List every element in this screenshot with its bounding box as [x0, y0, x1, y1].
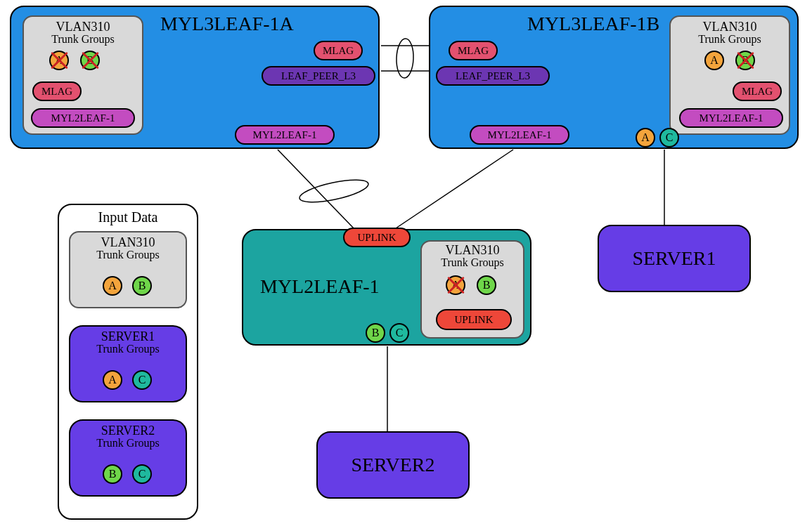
vlan-sub: Trunk Groups [24, 33, 142, 46]
server2: SERVER2 [316, 431, 470, 499]
pill-A: A [446, 275, 465, 295]
vlan-title: VLAN310 [671, 20, 789, 34]
l2leaf-vlan-panel: VLAN310 Trunk Groups A B UPLINK [420, 240, 524, 339]
leaf-1a-title: MYL3LEAF-1A [160, 13, 294, 35]
pill-C: C [659, 128, 679, 148]
svg-line-4 [394, 150, 513, 230]
pill-uplink: UPLINK [436, 309, 512, 330]
input-data-panel: Input Data VLAN310 Trunk Groups A B SERV… [58, 204, 198, 520]
server2-title: SERVER2 [351, 454, 434, 476]
s2-title: SERVER2 [70, 424, 186, 438]
vlan-title: VLAN310 [70, 235, 186, 250]
pill-leaf-peer: LEAF_PEER_L3 [262, 66, 375, 86]
l2leaf-title: MYL2LEAF-1 [260, 275, 380, 298]
input-data-title: Input Data [59, 209, 197, 225]
pill-A: A [103, 276, 122, 296]
server1-title: SERVER1 [632, 247, 716, 270]
s1-sub: Trunk Groups [70, 343, 186, 355]
legend-vlan: VLAN310 Trunk Groups A B [69, 231, 187, 308]
leaf-1b-vlan-panel: VLAN310 Trunk Groups A B MLAG MYL2LEAF-1 [669, 15, 790, 135]
pill-uplink: UPLINK [343, 228, 411, 247]
pill-A: A [636, 128, 655, 148]
pill-B: B [735, 51, 755, 70]
server1: SERVER1 [598, 225, 751, 292]
s2-sub: Trunk Groups [70, 437, 186, 450]
vlan-title: VLAN310 [24, 20, 142, 34]
pill-B: B [477, 275, 496, 295]
pill-C: C [132, 370, 152, 390]
vlan-sub: Trunk Groups [422, 256, 523, 269]
pill-myl2leaf: MYL2LEAF-1 [235, 125, 335, 145]
leaf-1b: MYL3LEAF-1B VLAN310 Trunk Groups A B MLA… [429, 6, 799, 149]
pill-C: C [389, 323, 409, 343]
vlan-sub: Trunk Groups [70, 249, 186, 261]
vlan-title: VLAN310 [422, 243, 523, 258]
pill-C: C [132, 464, 152, 484]
pill-myl2leaf: MYL2LEAF-1 [31, 108, 135, 128]
svg-line-3 [278, 150, 355, 230]
svg-point-5 [298, 176, 370, 206]
leaf-1a-vlan-panel: VLAN310 Trunk Groups A B MLAG MYL2LEAF-1 [22, 15, 143, 135]
diagram-canvas: MYL3LEAF-1A VLAN310 Trunk Groups A B MLA… [0, 0, 812, 531]
pill-myl2leaf: MYL2LEAF-1 [470, 125, 569, 145]
legend-server2: SERVER2 Trunk Groups B C [69, 419, 187, 497]
svg-point-2 [396, 39, 414, 79]
pill-mlag: MLAG [314, 41, 363, 60]
leaf-1b-title: MYL3LEAF-1B [527, 13, 659, 35]
pill-myl2leaf: MYL2LEAF-1 [679, 108, 783, 128]
pill-B: B [366, 323, 385, 343]
pill-B: B [103, 464, 122, 484]
vlan-sub: Trunk Groups [671, 33, 789, 46]
pill-A: A [49, 51, 69, 70]
s1-title: SERVER1 [70, 329, 186, 344]
pill-A: A [704, 51, 724, 70]
l2leaf: MYL2LEAF-1 UPLINK VLAN310 Trunk Groups A… [242, 229, 531, 346]
pill-A: A [103, 370, 122, 390]
pill-B: B [132, 276, 152, 296]
pill-leaf-peer: LEAF_PEER_L3 [436, 66, 550, 86]
legend-server1: SERVER1 Trunk Groups A C [69, 325, 187, 402]
pill-mlag: MLAG [32, 81, 82, 101]
pill-mlag: MLAG [449, 41, 498, 60]
pill-mlag: MLAG [733, 81, 782, 101]
pill-B: B [80, 51, 100, 70]
leaf-1a: MYL3LEAF-1A VLAN310 Trunk Groups A B MLA… [10, 6, 380, 149]
